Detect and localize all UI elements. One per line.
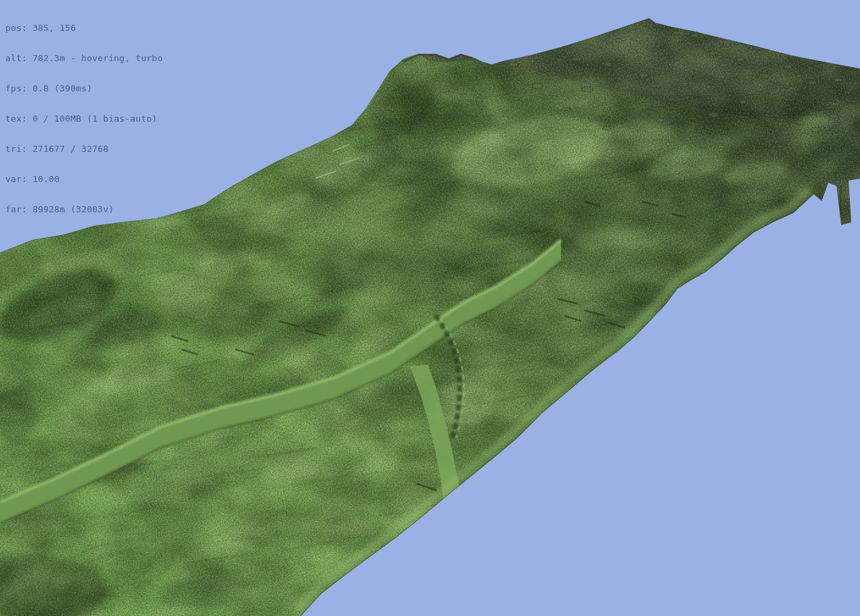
terrain-scene	[0, 0, 860, 616]
terrain-viewport[interactable]: pos: 385, 156 alt: 782.3m - hovering, tu…	[0, 0, 860, 616]
